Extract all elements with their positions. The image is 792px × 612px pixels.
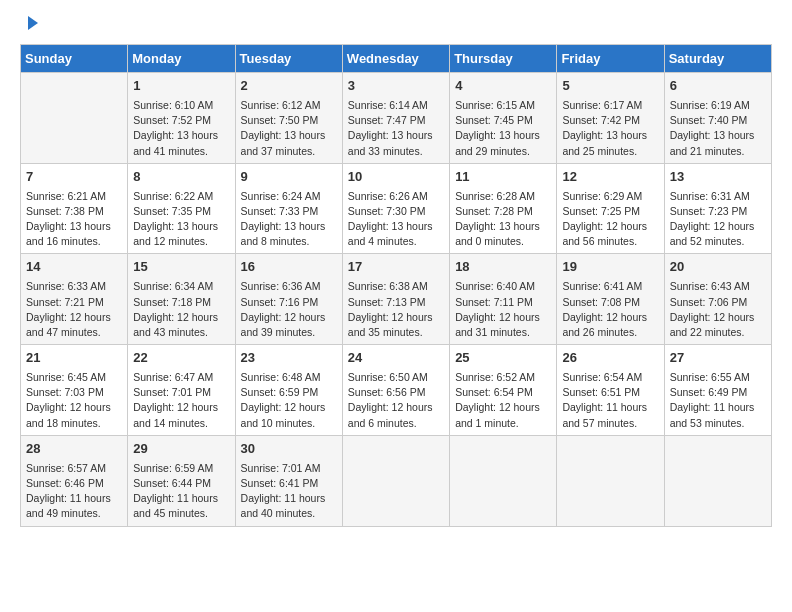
day-info: Sunrise: 6:33 AM Sunset: 7:21 PM Dayligh… (26, 279, 122, 340)
day-number: 4 (455, 77, 551, 96)
calendar-cell: 1Sunrise: 6:10 AM Sunset: 7:52 PM Daylig… (128, 73, 235, 164)
day-info: Sunrise: 6:26 AM Sunset: 7:30 PM Dayligh… (348, 189, 444, 250)
calendar-cell: 27Sunrise: 6:55 AM Sunset: 6:49 PM Dayli… (664, 345, 771, 436)
calendar-cell: 5Sunrise: 6:17 AM Sunset: 7:42 PM Daylig… (557, 73, 664, 164)
calendar-cell: 4Sunrise: 6:15 AM Sunset: 7:45 PM Daylig… (450, 73, 557, 164)
day-info: Sunrise: 6:48 AM Sunset: 6:59 PM Dayligh… (241, 370, 337, 431)
calendar-cell: 19Sunrise: 6:41 AM Sunset: 7:08 PM Dayli… (557, 254, 664, 345)
calendar-cell: 9Sunrise: 6:24 AM Sunset: 7:33 PM Daylig… (235, 163, 342, 254)
calendar-cell: 29Sunrise: 6:59 AM Sunset: 6:44 PM Dayli… (128, 435, 235, 526)
calendar-cell: 13Sunrise: 6:31 AM Sunset: 7:23 PM Dayli… (664, 163, 771, 254)
day-info: Sunrise: 6:10 AM Sunset: 7:52 PM Dayligh… (133, 98, 229, 159)
day-number: 15 (133, 258, 229, 277)
calendar-cell: 21Sunrise: 6:45 AM Sunset: 7:03 PM Dayli… (21, 345, 128, 436)
day-info: Sunrise: 6:45 AM Sunset: 7:03 PM Dayligh… (26, 370, 122, 431)
logo-triangle-icon (22, 14, 40, 32)
day-info: Sunrise: 6:34 AM Sunset: 7:18 PM Dayligh… (133, 279, 229, 340)
calendar-cell: 22Sunrise: 6:47 AM Sunset: 7:01 PM Dayli… (128, 345, 235, 436)
day-info: Sunrise: 6:55 AM Sunset: 6:49 PM Dayligh… (670, 370, 766, 431)
calendar-header: SundayMondayTuesdayWednesdayThursdayFrid… (21, 45, 772, 73)
day-info: Sunrise: 6:14 AM Sunset: 7:47 PM Dayligh… (348, 98, 444, 159)
day-number: 1 (133, 77, 229, 96)
header-day-monday: Monday (128, 45, 235, 73)
header-row: SundayMondayTuesdayWednesdayThursdayFrid… (21, 45, 772, 73)
day-number: 6 (670, 77, 766, 96)
day-number: 3 (348, 77, 444, 96)
day-info: Sunrise: 7:01 AM Sunset: 6:41 PM Dayligh… (241, 461, 337, 522)
day-info: Sunrise: 6:24 AM Sunset: 7:33 PM Dayligh… (241, 189, 337, 250)
header-day-friday: Friday (557, 45, 664, 73)
calendar-cell: 25Sunrise: 6:52 AM Sunset: 6:54 PM Dayli… (450, 345, 557, 436)
calendar-cell: 12Sunrise: 6:29 AM Sunset: 7:25 PM Dayli… (557, 163, 664, 254)
calendar-body: 1Sunrise: 6:10 AM Sunset: 7:52 PM Daylig… (21, 73, 772, 527)
calendar-cell: 6Sunrise: 6:19 AM Sunset: 7:40 PM Daylig… (664, 73, 771, 164)
day-number: 23 (241, 349, 337, 368)
calendar-cell: 7Sunrise: 6:21 AM Sunset: 7:38 PM Daylig… (21, 163, 128, 254)
calendar-cell (21, 73, 128, 164)
day-number: 7 (26, 168, 122, 187)
day-info: Sunrise: 6:38 AM Sunset: 7:13 PM Dayligh… (348, 279, 444, 340)
calendar-cell: 30Sunrise: 7:01 AM Sunset: 6:41 PM Dayli… (235, 435, 342, 526)
day-info: Sunrise: 6:43 AM Sunset: 7:06 PM Dayligh… (670, 279, 766, 340)
day-number: 28 (26, 440, 122, 459)
day-info: Sunrise: 6:28 AM Sunset: 7:28 PM Dayligh… (455, 189, 551, 250)
calendar-cell: 17Sunrise: 6:38 AM Sunset: 7:13 PM Dayli… (342, 254, 449, 345)
header-day-sunday: Sunday (21, 45, 128, 73)
day-info: Sunrise: 6:52 AM Sunset: 6:54 PM Dayligh… (455, 370, 551, 431)
calendar-cell (557, 435, 664, 526)
calendar-week-4: 21Sunrise: 6:45 AM Sunset: 7:03 PM Dayli… (21, 345, 772, 436)
calendar-cell: 15Sunrise: 6:34 AM Sunset: 7:18 PM Dayli… (128, 254, 235, 345)
calendar-cell: 20Sunrise: 6:43 AM Sunset: 7:06 PM Dayli… (664, 254, 771, 345)
calendar-cell: 26Sunrise: 6:54 AM Sunset: 6:51 PM Dayli… (557, 345, 664, 436)
day-number: 5 (562, 77, 658, 96)
day-info: Sunrise: 6:21 AM Sunset: 7:38 PM Dayligh… (26, 189, 122, 250)
header-day-tuesday: Tuesday (235, 45, 342, 73)
calendar-cell: 18Sunrise: 6:40 AM Sunset: 7:11 PM Dayli… (450, 254, 557, 345)
calendar-cell: 3Sunrise: 6:14 AM Sunset: 7:47 PM Daylig… (342, 73, 449, 164)
calendar-week-5: 28Sunrise: 6:57 AM Sunset: 6:46 PM Dayli… (21, 435, 772, 526)
day-info: Sunrise: 6:12 AM Sunset: 7:50 PM Dayligh… (241, 98, 337, 159)
logo (20, 20, 40, 28)
day-number: 18 (455, 258, 551, 277)
day-number: 27 (670, 349, 766, 368)
day-info: Sunrise: 6:19 AM Sunset: 7:40 PM Dayligh… (670, 98, 766, 159)
day-number: 30 (241, 440, 337, 459)
calendar-cell: 11Sunrise: 6:28 AM Sunset: 7:28 PM Dayli… (450, 163, 557, 254)
day-number: 2 (241, 77, 337, 96)
day-number: 20 (670, 258, 766, 277)
day-info: Sunrise: 6:36 AM Sunset: 7:16 PM Dayligh… (241, 279, 337, 340)
day-number: 22 (133, 349, 229, 368)
calendar-week-3: 14Sunrise: 6:33 AM Sunset: 7:21 PM Dayli… (21, 254, 772, 345)
calendar-cell: 23Sunrise: 6:48 AM Sunset: 6:59 PM Dayli… (235, 345, 342, 436)
day-info: Sunrise: 6:59 AM Sunset: 6:44 PM Dayligh… (133, 461, 229, 522)
day-info: Sunrise: 6:47 AM Sunset: 7:01 PM Dayligh… (133, 370, 229, 431)
calendar-table: SundayMondayTuesdayWednesdayThursdayFrid… (20, 44, 772, 527)
calendar-cell: 16Sunrise: 6:36 AM Sunset: 7:16 PM Dayli… (235, 254, 342, 345)
day-number: 8 (133, 168, 229, 187)
calendar-cell (450, 435, 557, 526)
day-number: 29 (133, 440, 229, 459)
day-info: Sunrise: 6:40 AM Sunset: 7:11 PM Dayligh… (455, 279, 551, 340)
calendar-week-2: 7Sunrise: 6:21 AM Sunset: 7:38 PM Daylig… (21, 163, 772, 254)
day-number: 10 (348, 168, 444, 187)
day-number: 12 (562, 168, 658, 187)
header-day-wednesday: Wednesday (342, 45, 449, 73)
day-number: 19 (562, 258, 658, 277)
day-info: Sunrise: 6:31 AM Sunset: 7:23 PM Dayligh… (670, 189, 766, 250)
day-number: 21 (26, 349, 122, 368)
calendar-cell: 8Sunrise: 6:22 AM Sunset: 7:35 PM Daylig… (128, 163, 235, 254)
page-header (20, 20, 772, 28)
day-number: 9 (241, 168, 337, 187)
calendar-cell: 28Sunrise: 6:57 AM Sunset: 6:46 PM Dayli… (21, 435, 128, 526)
day-info: Sunrise: 6:57 AM Sunset: 6:46 PM Dayligh… (26, 461, 122, 522)
calendar-cell (342, 435, 449, 526)
day-info: Sunrise: 6:29 AM Sunset: 7:25 PM Dayligh… (562, 189, 658, 250)
day-info: Sunrise: 6:22 AM Sunset: 7:35 PM Dayligh… (133, 189, 229, 250)
calendar-cell: 2Sunrise: 6:12 AM Sunset: 7:50 PM Daylig… (235, 73, 342, 164)
day-info: Sunrise: 6:50 AM Sunset: 6:56 PM Dayligh… (348, 370, 444, 431)
header-day-thursday: Thursday (450, 45, 557, 73)
calendar-cell (664, 435, 771, 526)
day-info: Sunrise: 6:54 AM Sunset: 6:51 PM Dayligh… (562, 370, 658, 431)
day-info: Sunrise: 6:17 AM Sunset: 7:42 PM Dayligh… (562, 98, 658, 159)
calendar-cell: 24Sunrise: 6:50 AM Sunset: 6:56 PM Dayli… (342, 345, 449, 436)
